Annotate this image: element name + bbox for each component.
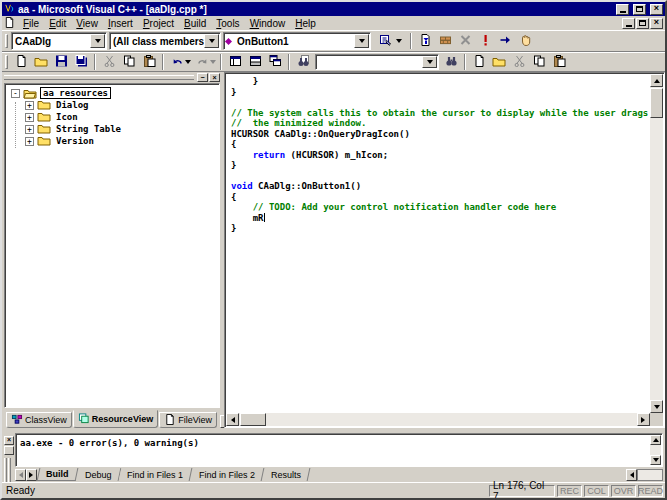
code-line[interactable]: mR <box>231 213 650 224</box>
scroll-right-icon[interactable] <box>637 413 650 426</box>
chevron-down-icon[interactable] <box>90 34 105 48</box>
copy-2-button[interactable] <box>529 53 549 71</box>
expand-icon[interactable]: + <box>25 137 34 146</box>
output-tab-results[interactable]: Results <box>263 468 311 481</box>
output-tab-debug[interactable]: Debug <box>76 468 120 481</box>
save-all-button[interactable] <box>71 53 91 71</box>
tab-scroll-left-button[interactable] <box>15 469 26 481</box>
scroll-up-icon[interactable] <box>650 435 661 445</box>
open-button[interactable] <box>31 53 51 71</box>
mdi-close-button[interactable]: × <box>650 18 663 29</box>
menu-build[interactable]: Build <box>179 17 211 30</box>
code-line[interactable]: void CAaDlg::OnButton1() <box>231 181 650 192</box>
menu-project[interactable]: Project <box>138 17 179 30</box>
collapse-icon[interactable]: - <box>11 89 20 98</box>
toolbar-grip[interactable] <box>5 34 8 48</box>
windows-list-button[interactable] <box>265 53 285 71</box>
code-line[interactable]: { <box>231 192 650 203</box>
find-tool-button[interactable] <box>293 53 313 71</box>
paste-button[interactable] <box>139 53 159 71</box>
find-in-files-button[interactable] <box>441 53 461 71</box>
scroll-down-icon[interactable] <box>650 455 661 465</box>
chevron-down-icon[interactable] <box>422 56 437 68</box>
output-vertical-scrollbar[interactable] <box>650 435 661 465</box>
mdi-minimize-button[interactable] <box>622 18 635 29</box>
compile-button[interactable] <box>415 32 435 50</box>
paste-2-button[interactable] <box>549 53 569 71</box>
restore-button[interactable] <box>633 4 646 15</box>
tree-root-row[interactable]: - aa resources <box>5 87 219 99</box>
new-document-button[interactable] <box>469 53 489 71</box>
menu-view[interactable]: View <box>71 17 103 30</box>
code-line[interactable]: } <box>231 160 650 171</box>
menu-edit[interactable]: Edit <box>44 17 71 30</box>
output-close-button[interactable]: × <box>4 436 14 445</box>
output-toggle-button[interactable] <box>245 53 265 71</box>
toolbar-grip[interactable] <box>5 55 8 69</box>
scroll-down-icon[interactable] <box>650 400 663 413</box>
scroll-left-icon[interactable] <box>226 413 239 426</box>
execute-program-button[interactable] <box>475 32 495 50</box>
insert-remove-breakpoint-button[interactable] <box>515 32 535 50</box>
close-button[interactable]: × <box>650 4 663 15</box>
mdi-restore-button[interactable] <box>636 18 649 29</box>
wizardbar-action-dropdown[interactable] <box>396 39 402 46</box>
output-hscroll-left-icon[interactable] <box>626 469 637 481</box>
expand-icon[interactable]: + <box>25 125 34 134</box>
redo-dropdown-icon[interactable] <box>210 60 216 67</box>
undo-dropdown-icon[interactable] <box>185 60 191 67</box>
output-tab-find-in-files-2[interactable]: Find in Files 2 <box>191 468 265 481</box>
build-button[interactable] <box>435 32 455 50</box>
tree-item-dialog[interactable]: +Dialog <box>5 99 219 111</box>
expand-icon[interactable]: + <box>25 113 34 122</box>
code-line[interactable]: HCURSOR CAaDlg::OnQueryDragIcon() <box>231 129 650 140</box>
code-line[interactable]: // The system calls this to obtain the c… <box>231 108 650 119</box>
vertical-scroll-thumb[interactable] <box>650 88 663 118</box>
workspace-toggle-button[interactable] <box>225 53 245 71</box>
go-button[interactable] <box>495 32 515 50</box>
output-hscroll-track[interactable] <box>637 469 663 481</box>
scroll-up-icon[interactable] <box>650 74 663 87</box>
output-tab-build[interactable]: Build <box>37 468 78 481</box>
code-line[interactable]: } <box>231 223 650 234</box>
horizontal-scroll-thumb[interactable] <box>240 413 266 426</box>
code-line[interactable]: { <box>231 139 650 150</box>
code-line[interactable]: // TODO: Add your control notification h… <box>231 202 650 213</box>
app-icon[interactable] <box>4 3 15 16</box>
code-line[interactable]: return (HCURSOR) m_hIcon; <box>231 150 650 161</box>
code-line[interactable]: } <box>231 76 650 87</box>
output-gripper[interactable]: × <box>4 433 15 482</box>
find-combo[interactable] <box>315 54 439 70</box>
menu-tools[interactable]: Tools <box>211 17 244 30</box>
code-area[interactable]: }} // The system calls this to obtain th… <box>227 75 650 413</box>
tab-resourceview[interactable]: ResourceView <box>73 410 158 428</box>
code-line[interactable]: // the minimized window. <box>231 118 650 129</box>
minimize-button[interactable] <box>616 4 629 15</box>
workspace-close-button[interactable]: × <box>209 73 220 82</box>
save-button[interactable] <box>51 53 71 71</box>
menu-file[interactable]: File <box>18 17 44 30</box>
menu-help[interactable]: Help <box>290 17 321 30</box>
chevron-down-icon[interactable] <box>354 34 369 48</box>
output-tab-find-in-files-1[interactable]: Find in Files 1 <box>119 468 193 481</box>
menu-insert[interactable]: Insert <box>103 17 138 30</box>
expand-icon[interactable]: + <box>25 101 34 110</box>
editor-vertical-scrollbar[interactable] <box>650 74 663 413</box>
code-line[interactable] <box>231 171 650 182</box>
tree-root-label[interactable]: aa resources <box>40 87 111 99</box>
code-line[interactable]: } <box>231 87 650 98</box>
tab-classview[interactable]: ClassView <box>6 412 72 428</box>
tab-fileview[interactable]: FileView <box>159 412 217 428</box>
function-combo[interactable]: OnButton1 <box>223 32 371 50</box>
undo-button[interactable] <box>167 53 187 71</box>
output-dock-button[interactable] <box>4 446 14 455</box>
tree-item-string-table[interactable]: +String Table <box>5 123 219 135</box>
class-combo[interactable]: CAaDlg <box>11 32 107 50</box>
chevron-down-icon[interactable] <box>204 34 219 48</box>
copy-button[interactable] <box>119 53 139 71</box>
tree-item-version[interactable]: +Version <box>5 135 219 147</box>
open-document-button[interactable] <box>489 53 509 71</box>
workspace-gripper[interactable]: − × <box>4 73 220 82</box>
build-output-text[interactable]: aa.exe - 0 error(s), 0 warning(s) <box>15 433 663 467</box>
wizardbar-action-button[interactable] <box>374 32 396 50</box>
